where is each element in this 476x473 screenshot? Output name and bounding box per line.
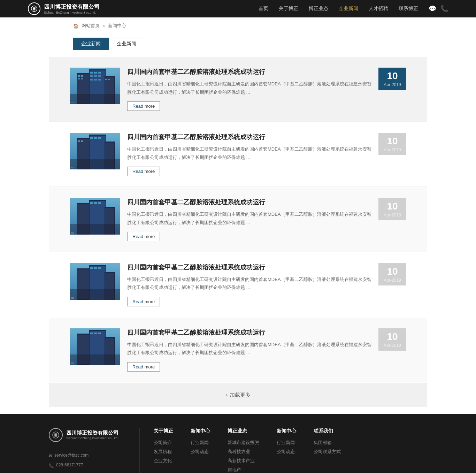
svg-rect-16 [90,75,93,77]
news-title-3: 四川国内首套甲基二乙醇胺溶液处理系统成功运行 [127,198,371,207]
footer-link-company-intro[interactable]: 公司简介 [154,440,173,446]
contact-email-text: service@btzc.com [54,451,89,460]
news-image-5: 200 [70,328,120,365]
logo-svg [30,5,38,13]
svg-text:200: 200 [71,101,75,104]
svg-rect-48 [94,202,97,204]
contact-phone-text: 028-66171777 [56,460,83,470]
svg-rect-34 [81,140,83,142]
date-month-2: Apr-2019 [383,147,402,152]
more-text-5: more [145,364,155,369]
nav-about[interactable]: 关于博正 [279,6,298,12]
read-text-3: Read [132,234,145,239]
news-desc-5: 中国化工报讯近日，由四川省精细化工研究设计院自主研发的国内首套MDEA（甲基二乙… [127,341,371,357]
news-desc-2: 中国化工报讯近日，由四川省精细化工研究设计院自主研发的国内首套MDEA（甲基二乙… [127,145,371,161]
svg-text:200: 200 [71,167,75,169]
news-image-4: 200 [70,263,120,300]
read-more-btn-5[interactable]: Read more [127,362,160,372]
date-box-4: 10 Apr-2019 [378,263,406,285]
svg-rect-19 [90,79,93,81]
footer-link-agri[interactable]: 高科技农业 [228,449,259,455]
breadcrumb-current: 新闻中心 [108,23,126,29]
news-item-4: 200 四川国内首套甲基二乙醇胺溶液处理系统成功运行 中国化工报讯近日，由四川省… [49,253,427,317]
home-icon: 🏠 [73,23,79,29]
svg-rect-62 [70,289,120,300]
footer-link-culture[interactable]: 企业文化 [154,458,173,464]
svg-text:200: 200 [71,362,75,364]
footer-link-email[interactable]: 集团邮箱 [314,440,341,446]
wechat-icon[interactable]: 💬 [429,5,436,13]
fax-icon: 📠 [49,471,54,473]
nav-business[interactable]: 博正业态 [309,6,328,12]
email-icon: ✉ [49,451,52,460]
svg-rect-15 [98,72,101,74]
svg-rect-37 [98,137,101,139]
more-text-4: more [145,299,155,304]
footer-link-city[interactable]: 新城市建设投资 [228,440,259,446]
svg-rect-10 [81,75,83,77]
svg-rect-14 [94,72,97,74]
news-content-2: 四川国内首套甲基二乙醇胺溶液处理系统成功运行 中国化工报讯近日，由四川省精细化工… [120,133,378,176]
news-date-2: 10 Apr-2019 [378,133,406,155]
svg-point-1 [33,8,35,10]
date-box-3: 10 Apr-2019 [378,198,406,220]
svg-rect-59 [90,267,93,269]
footer-link-industry-news2[interactable]: 行业新闻 [277,440,296,446]
footer-link-history[interactable]: 发展历程 [154,449,173,455]
footer-link-company-dynamics[interactable]: 公司动态 [191,449,210,455]
main-nav: 首页 关于博正 博正业态 企业新闻 人才招聘 联系博正 💬 📞 [259,5,448,13]
news-date-3: 10 Apr-2019 [378,198,406,220]
news-item-3: 200 四川国内首套甲基二乙醇胺溶液处理系统成功运行 中国化工报讯近日，由四川省… [49,188,427,252]
breadcrumb: 🏠 网站首页 > 新闻中心 [0,17,476,34]
footer-link-tech[interactable]: 高新技术产业 [228,458,259,464]
footer-logo-en: Sichuan BoZheng Investment co., ltd. [66,436,118,440]
nav-recruit[interactable]: 人才招聘 [369,6,388,12]
svg-rect-20 [94,79,97,81]
svg-rect-73 [98,333,101,334]
tab-company-news-2[interactable]: 企业新闻 [109,38,144,50]
news-content-3: 四川国内首套甲基二乙醇胺溶液处理系统成功运行 中国化工报讯近日，由四川省精细化工… [120,198,378,241]
footer-link-industry-news[interactable]: 行业新闻 [191,440,210,446]
read-text-4: Read [132,299,145,304]
nav-home[interactable]: 首页 [259,6,268,12]
date-day-2: 10 [383,136,402,147]
svg-rect-60 [94,267,97,269]
nav-social-icons: 💬 📞 [429,5,448,13]
footer-link-realestate[interactable]: 房地产 [228,467,259,473]
svg-rect-72 [94,333,97,334]
news-item-1: 200 四川国内首套甲基二乙醇胺溶液处理系统成功运行 中国化工报讯近日，由四川省… [49,57,427,122]
read-more-btn-2[interactable]: Read more [127,167,160,176]
logo-cn: 四川博正投资有限公司 [44,3,100,11]
footer-link-company-dynamics2[interactable]: 公司动态 [277,449,296,455]
logo-text: 四川博正投资有限公司 Sichuan BoZheng Investment co… [44,3,100,14]
read-more-btn-4[interactable]: Read more [127,297,160,306]
read-more-btn-1[interactable]: Read more [127,101,160,111]
svg-rect-9 [78,75,80,77]
breadcrumb-home[interactable]: 网站首页 [82,23,100,29]
svg-rect-23 [108,79,110,80]
footer-link-contact-info[interactable]: 公司联系方式 [314,449,341,455]
header: 四川博正投资有限公司 Sichuan BoZheng Investment co… [0,0,476,17]
load-more-btn[interactable]: + 加载更多 [49,383,427,407]
nav-news[interactable]: 企业新闻 [339,6,358,12]
phone-icon[interactable]: 📞 [440,5,448,13]
nav-contact[interactable]: 联系博正 [399,6,418,12]
news-list: 200 四川国内首套甲基二乙醇胺溶液处理系统成功运行 中国化工报讯近日，由四川省… [0,57,476,382]
news-image-1: 200 [70,68,120,104]
read-more-btn-3[interactable]: Read more [127,232,160,241]
contact-fax-text: 028-66171777 [56,471,83,473]
news-date-5: 10 Apr-2019 [378,328,406,351]
footer-col-contact-title: 联系我们 [314,428,341,434]
tab-company-news-1[interactable]: 企业新闻 [73,38,109,50]
news-image-3: 200 [70,198,120,235]
news-title-2: 四川国内首套甲基二乙醇胺溶液处理系统成功运行 [127,133,371,142]
svg-rect-35 [90,137,93,139]
svg-rect-74 [70,354,120,365]
footer-logo-cn: 四川博正投资有限公司 [66,430,118,436]
svg-rect-71 [90,333,93,334]
svg-rect-38 [70,159,120,169]
svg-rect-22 [105,79,107,80]
footer-col-news-title: 新闻中心 [191,428,210,434]
news-image-2: 200 [70,133,120,169]
footer-col-news2: 新闻中心 行业新闻 公司动态 [277,428,296,473]
